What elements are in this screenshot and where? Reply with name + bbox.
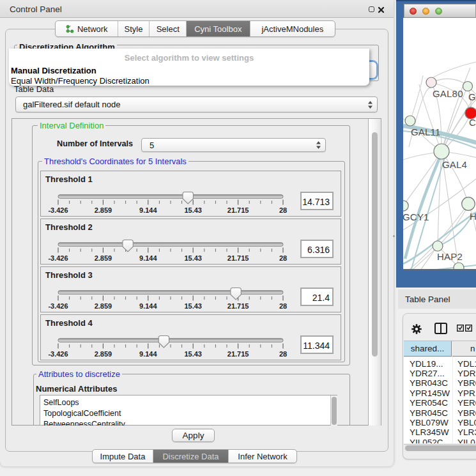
svg-text:C: C <box>469 117 476 128</box>
svg-text:GA: GA <box>468 91 476 102</box>
svg-text:H: H <box>470 211 476 222</box>
svg-text:GCY1: GCY1 <box>403 211 429 222</box>
svg-text:GAL80: GAL80 <box>433 88 463 99</box>
svg-text:GAL4: GAL4 <box>442 159 467 170</box>
svg-text:HAP2: HAP2 <box>437 251 463 262</box>
svg-text:GAL11: GAL11 <box>411 127 441 137</box>
